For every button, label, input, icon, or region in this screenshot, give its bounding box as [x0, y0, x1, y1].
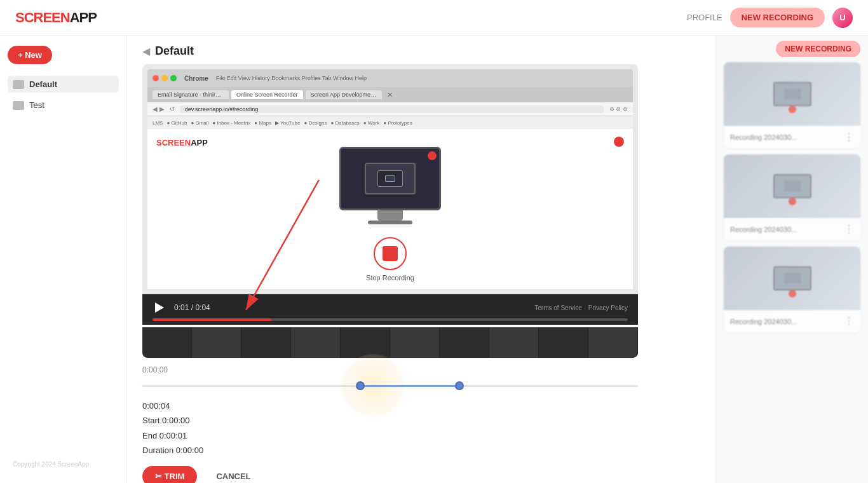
right-panel: NEW RECORDING Recording 2024030... ⋮: [715, 36, 868, 483]
rec-thumb-reddot-3: [789, 290, 796, 297]
recording-card-3[interactable]: Recording 2024030... ⋮: [724, 247, 860, 332]
video-progress-bar[interactable]: [153, 318, 628, 321]
rec-thumb-monitor-1: [773, 82, 811, 106]
sidebar-item-test[interactable]: Test: [8, 97, 119, 114]
folder-icon: [13, 80, 24, 89]
stop-icon: [383, 246, 398, 261]
video-time: 0:01 / 0:04: [174, 303, 210, 312]
browser-mockup: Chrome File Edit View History Bookmarks …: [142, 64, 638, 294]
monitor-illustration: [339, 147, 441, 224]
recording-card-2[interactable]: Recording 2024030... ⋮: [724, 154, 860, 240]
trim-duration: Duration 0:00:00: [142, 443, 638, 458]
browser-menu-file: File Edit View History Bookmarks Profile…: [216, 75, 367, 81]
monitor-inner-inner: [377, 170, 403, 187]
trim-track: [142, 385, 638, 387]
browser-tab-3[interactable]: Screen App Development - C...: [306, 90, 382, 99]
thumbnail-cells: [142, 327, 638, 358]
browser-bookmarks-bar: LMS ● GitHub ● Gmail ● Inbox - Meetrix ●…: [147, 116, 633, 129]
recording-indicator: [614, 137, 624, 147]
browser-maximize-dot: [170, 75, 177, 81]
sidebar-new-button[interactable]: + New: [8, 46, 52, 64]
rec-thumb-inner-1: [783, 88, 801, 100]
recording-thumb-img-3: [724, 247, 860, 310]
new-recording-button[interactable]: NEW RECORDING: [730, 8, 825, 27]
bookmark-github[interactable]: ● GitHub: [166, 120, 187, 126]
thumb-cell-4: [291, 327, 341, 358]
app-logo: SCREENAPP: [15, 10, 97, 26]
terms-link[interactable]: Terms of Service: [534, 304, 581, 311]
thumb-cell-10: [588, 327, 638, 358]
right-panel-new-recording-button[interactable]: NEW RECORDING: [776, 41, 860, 57]
avatar[interactable]: U: [832, 8, 853, 28]
monitor-stand: [377, 210, 403, 221]
recording-info-1: Recording 2024030... ⋮: [724, 126, 860, 148]
thumb-cell-3: [241, 327, 291, 358]
play-icon: [155, 303, 164, 313]
browser-url[interactable]: dev.screenapp.io/#/recording: [180, 105, 604, 113]
privacy-link[interactable]: Privacy Policy: [588, 304, 628, 311]
browser-refresh-icon[interactable]: ↺: [170, 105, 175, 112]
browser-back-icon[interactable]: ◀ ▶: [153, 105, 165, 112]
trim-actions: ✂ TRIM CANCEL: [142, 466, 638, 483]
folder-icon-test: [13, 101, 24, 110]
recording-name-2: Recording 2024030...: [730, 226, 797, 233]
monitor-inner-screen: [365, 163, 416, 194]
stop-recording-button[interactable]: [374, 237, 407, 270]
thumb-cell-2: [192, 327, 241, 358]
thumb-cell-8: [489, 327, 539, 358]
bookmark-lms[interactable]: LMS: [153, 120, 163, 126]
monitor-inner-display: [385, 175, 395, 182]
breadcrumb-title: Default: [155, 44, 194, 58]
trim-handle-left[interactable]: [356, 381, 365, 390]
bookmark-databases[interactable]: ● Databases: [330, 120, 359, 126]
logo-screen-text: SCREEN: [15, 10, 70, 25]
stop-recording-area: Stop Recording: [366, 237, 414, 282]
play-button[interactable]: [153, 301, 166, 315]
cancel-button[interactable]: CANCEL: [203, 466, 263, 483]
bookmark-prototypes[interactable]: ● Prototypes: [383, 120, 412, 126]
bookmark-inbox[interactable]: ● Inbox - Meetrix: [212, 120, 250, 126]
browser-addressbar: ◀ ▶ ↺ dev.screenapp.io/#/recording ⚙ ⚙ ⚙: [147, 102, 633, 116]
topnav-user-text: PROFILE: [687, 13, 722, 22]
sidebar-item-default[interactable]: Default: [8, 76, 119, 93]
trim-handle-right[interactable]: [455, 381, 464, 390]
rec-thumb-inner-3: [783, 273, 801, 284]
sidebar-copyright: Copyright 2024 ScreenApp: [8, 456, 119, 473]
browser-content: SCREENAPP: [147, 129, 633, 289]
recording-name-3: Recording 2024030...: [730, 318, 797, 325]
browser-tab-1[interactable]: Email Signature - thinira@m...: [153, 90, 229, 99]
monitor-red-badge: [428, 151, 437, 160]
bookmark-maps[interactable]: ● Maps: [254, 120, 271, 126]
bookmark-work[interactable]: ● Work: [363, 120, 380, 126]
video-section: Chrome File Edit View History Bookmarks …: [127, 64, 715, 483]
rec-thumb-inner-2: [783, 180, 801, 192]
monitor-screen: [339, 147, 441, 210]
video-links: Terms of Service Privacy Policy: [534, 304, 628, 311]
screenapp-content-logo: SCREENAPP: [156, 137, 208, 148]
browser-app-name: Chrome: [184, 75, 208, 82]
video-total-time: 0:04: [195, 303, 210, 312]
bookmark-gmail[interactable]: ● Gmail: [191, 120, 208, 126]
bookmark-youtube[interactable]: ▶ YouTube: [275, 120, 301, 126]
video-thumbnail-strip: [142, 327, 638, 358]
video-player-bar: 0:01 / 0:04 Terms of Service Privacy Pol…: [142, 294, 638, 325]
browser-toolbar: Chrome File Edit View History Bookmarks …: [147, 69, 633, 87]
stop-recording-label: Stop Recording: [366, 274, 414, 282]
trim-start: Start 0:00:00: [142, 413, 638, 428]
recording-menu-3[interactable]: ⋮: [844, 315, 854, 327]
browser-tab-2[interactable]: Online Screen Recorder: [231, 90, 303, 99]
sidebar: + New Default Test Copyright 2024 Screen…: [0, 36, 127, 483]
recording-menu-2[interactable]: ⋮: [844, 223, 854, 235]
browser-close-tab-icon[interactable]: ✕: [387, 91, 393, 99]
topnav-right: PROFILE NEW RECORDING U: [687, 8, 853, 28]
recording-card-1[interactable]: Recording 2024030... ⋮: [724, 62, 860, 148]
monitor-base: [368, 221, 412, 224]
trim-slider-container[interactable]: [142, 379, 638, 392]
content-area: ◀ Default Chrome File Edit View History …: [127, 36, 715, 483]
thumb-cell-6: [390, 327, 440, 358]
video-current-time: 0:01: [174, 303, 189, 312]
bookmark-designs[interactable]: ● Designs: [304, 120, 327, 126]
rec-thumb-reddot-1: [789, 105, 796, 113]
trim-button[interactable]: ✂ TRIM: [142, 466, 197, 483]
recording-menu-1[interactable]: ⋮: [844, 131, 854, 143]
